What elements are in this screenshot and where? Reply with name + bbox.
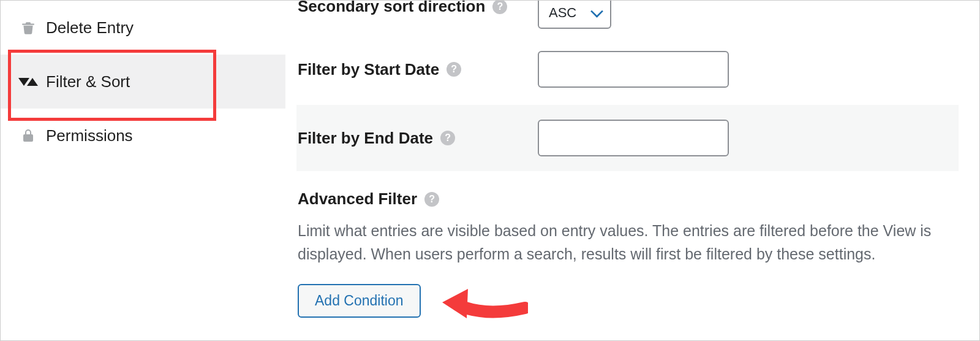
sidebar-item-delete-entry[interactable]: Delete Entry (1, 1, 285, 55)
sidebar-item-label: Permissions (46, 126, 133, 145)
row-filter-end-date: Filter by End Date ? (296, 105, 959, 171)
input-filter-end-date[interactable] (538, 120, 729, 156)
help-icon[interactable]: ? (492, 1, 507, 14)
sidebar-item-label: Delete Entry (46, 18, 134, 37)
input-filter-start-date[interactable] (538, 51, 729, 88)
label-filter-end-date: Filter by End Date (298, 129, 433, 148)
add-condition-button[interactable]: Add Condition (298, 284, 421, 318)
lock-icon (19, 128, 37, 143)
heading-advanced-filter: Advanced Filter (298, 190, 417, 209)
settings-panel: Secondary sort direction ? ASC Filter by… (285, 1, 979, 340)
help-icon[interactable]: ? (424, 192, 439, 207)
button-label: Add Condition (315, 293, 404, 308)
help-icon[interactable]: ? (447, 62, 461, 77)
sidebar-item-permissions[interactable]: Permissions (1, 109, 285, 163)
select-secondary-sort-direction[interactable]: ASC (538, 1, 611, 29)
settings-sidebar: Delete Entry Filter & Sort Permissions (1, 1, 285, 340)
sidebar-item-filter-sort[interactable]: Filter & Sort (1, 55, 285, 109)
help-icon[interactable]: ? (440, 131, 455, 145)
select-value: ASC (549, 5, 576, 21)
row-filter-start-date: Filter by Start Date ? (296, 34, 959, 105)
description-advanced-filter: Limit what entries are visible based on … (298, 220, 959, 266)
label-secondary-sort-direction: Secondary sort direction (298, 1, 485, 16)
sidebar-item-label: Filter & Sort (46, 72, 130, 91)
trash-icon (19, 20, 37, 36)
label-filter-start-date: Filter by Start Date (298, 60, 439, 79)
section-advanced-filter: Advanced Filter ? Limit what entries are… (296, 171, 959, 336)
row-secondary-sort-direction: Secondary sort direction ? ASC (296, 1, 959, 34)
sort-icon (19, 78, 37, 86)
